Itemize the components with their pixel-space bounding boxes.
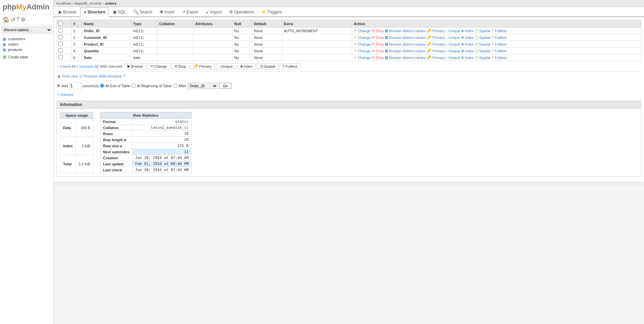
unique-button[interactable]: ᵤ Unique bbox=[216, 63, 236, 69]
index-link[interactable]: Index bbox=[465, 36, 474, 40]
create-table-button[interactable]: ⊕ Create table bbox=[0, 53, 53, 61]
space-total-label: Total bbox=[60, 155, 76, 173]
help-circle-icon[interactable]: ? bbox=[123, 74, 125, 78]
tab-search[interactable]: 🔍 Search bbox=[129, 7, 156, 16]
drop-icon: ⊖ bbox=[372, 42, 375, 46]
unique-link[interactable]: Unique bbox=[448, 36, 460, 40]
change-link[interactable]: Change bbox=[358, 56, 371, 60]
sidebar-item-orders[interactable]: ▦ orders bbox=[0, 42, 53, 47]
breadcrumb-server[interactable]: localhost bbox=[56, 1, 71, 5]
drop-link[interactable]: Drop bbox=[376, 29, 384, 33]
after-radio[interactable] bbox=[173, 84, 177, 88]
browse-distinct-link[interactable]: Browse distinct values bbox=[389, 29, 426, 33]
bottom-scrollbar[interactable] bbox=[54, 182, 644, 185]
primary-link[interactable]: Primary bbox=[432, 29, 445, 33]
row-select[interactable] bbox=[58, 35, 63, 39]
spatial-link[interactable]: Spatial bbox=[479, 56, 491, 60]
index-icon: ◈ bbox=[461, 35, 464, 40]
fulltext-link[interactable]: Fulltext bbox=[495, 42, 506, 46]
row-collation bbox=[157, 34, 193, 41]
drop-link[interactable]: Drop bbox=[376, 49, 384, 53]
tab-triggers[interactable]: ⚡ Triggers bbox=[257, 7, 286, 16]
row-select[interactable] bbox=[58, 42, 63, 46]
tab-sql[interactable]: ▣ SQL bbox=[109, 7, 129, 16]
primary-link[interactable]: Primary bbox=[432, 36, 445, 40]
uncheck-all-link[interactable]: Uncheck All bbox=[79, 64, 98, 68]
drop-link[interactable]: Drop bbox=[376, 56, 384, 60]
tab-bar: ▶ Browse ≡ Structure ▣ SQL 🔍 Search ✚ In… bbox=[54, 7, 644, 17]
help-icon[interactable]: ? bbox=[16, 16, 19, 23]
change-link[interactable]: Change bbox=[358, 36, 371, 40]
row-checkbox bbox=[57, 54, 71, 61]
change-link[interactable]: Change bbox=[358, 29, 371, 33]
indexes-link[interactable]: + Indexes bbox=[57, 93, 73, 97]
row-select[interactable] bbox=[58, 55, 63, 59]
at-end-label[interactable]: At End of Table bbox=[105, 84, 130, 88]
index-link[interactable]: Index bbox=[465, 29, 474, 33]
print-view-link[interactable]: Print view bbox=[62, 74, 78, 78]
settings-icon[interactable]: ⚙ bbox=[21, 16, 25, 23]
tab-browse[interactable]: ▶ Browse bbox=[55, 7, 80, 16]
primary-link[interactable]: Primary bbox=[432, 42, 445, 46]
breadcrumb-database[interactable]: stephif6_records bbox=[74, 1, 102, 5]
primary-link[interactable]: Primary bbox=[432, 56, 445, 60]
index-link[interactable]: Index bbox=[465, 42, 474, 46]
home-icon[interactable]: 🏠 bbox=[3, 16, 9, 23]
index-link[interactable]: Index bbox=[465, 49, 474, 53]
drop-button[interactable]: ⊖ Drop bbox=[171, 63, 189, 69]
index-icon: ◈ bbox=[461, 49, 464, 53]
sidebar-item-customers[interactable]: ▦ customers bbox=[0, 36, 53, 42]
spatial-link[interactable]: Spatial bbox=[479, 42, 491, 46]
recent-tables-select[interactable]: (Recent tables) ... bbox=[1, 26, 52, 33]
drop-link[interactable]: Drop bbox=[376, 42, 384, 46]
primary-button[interactable]: 🔑 Primary bbox=[191, 63, 215, 69]
browse-distinct-link[interactable]: Browse distinct values bbox=[389, 49, 426, 53]
unique-link[interactable]: Unique bbox=[448, 49, 460, 53]
fulltext-link[interactable]: Fulltext bbox=[495, 29, 506, 33]
spatial-link[interactable]: Spatial bbox=[479, 36, 491, 40]
propose-table-link[interactable]: Propose table structure bbox=[84, 74, 122, 78]
recent-tables-dropdown[interactable]: (Recent tables) ... bbox=[0, 25, 53, 35]
unique-link[interactable]: Unique bbox=[448, 56, 460, 60]
change-link[interactable]: Change bbox=[358, 49, 371, 53]
table-list: ▦ customers ▦ orders ▦ products ⊕ Create… bbox=[0, 35, 53, 62]
fulltext-link[interactable]: Fulltext bbox=[495, 49, 506, 53]
sidebar-item-products[interactable]: ▦ products bbox=[0, 47, 53, 52]
browse-distinct-link[interactable]: Browse distinct values bbox=[389, 36, 426, 40]
at-beginning-label[interactable]: At Beginning of Table bbox=[137, 84, 172, 88]
go-button[interactable]: Go bbox=[219, 83, 231, 89]
tab-insert[interactable]: ✚ Insert bbox=[156, 7, 178, 16]
unique-link[interactable]: Unique bbox=[448, 29, 460, 33]
at-end-radio[interactable] bbox=[100, 84, 104, 88]
after-label[interactable]: After bbox=[178, 84, 186, 88]
index-link[interactable]: Index bbox=[465, 56, 474, 60]
change-button[interactable]: ✏ Change bbox=[148, 63, 170, 69]
unique-link[interactable]: Unique bbox=[448, 42, 460, 46]
drop-link[interactable]: Drop bbox=[376, 36, 384, 40]
fulltext-link[interactable]: Fulltext bbox=[495, 56, 506, 60]
select-all-checkbox[interactable] bbox=[58, 21, 63, 25]
index-button[interactable]: ◈ Index bbox=[237, 63, 256, 69]
at-beginning-radio[interactable] bbox=[131, 84, 136, 88]
tab-operations[interactable]: ⚙ Operations bbox=[225, 7, 258, 16]
browse-distinct-link[interactable]: Browse distinct values bbox=[389, 42, 426, 46]
spatial-link[interactable]: Spatial bbox=[479, 29, 491, 33]
browse-button[interactable]: ▶ Browse bbox=[124, 63, 146, 69]
tab-import[interactable]: ↙ Import bbox=[202, 7, 225, 16]
tab-structure[interactable]: ≡ Structure bbox=[80, 7, 109, 17]
after-column-select[interactable]: Order_ID Customer_ID Product_ID Quantity… bbox=[187, 83, 218, 89]
add-column-count-input[interactable] bbox=[69, 82, 81, 89]
fulltext-link[interactable]: Fulltext bbox=[495, 36, 506, 40]
row-select[interactable] bbox=[58, 48, 63, 53]
fulltext-button[interactable]: T Fulltext bbox=[279, 63, 300, 69]
change-link[interactable]: Change bbox=[358, 42, 371, 46]
browse-distinct-link[interactable]: Browse distinct values bbox=[389, 56, 426, 60]
spatial-button[interactable]: ◫ Spatial bbox=[257, 63, 278, 69]
check-all-link[interactable]: Check All bbox=[60, 64, 76, 68]
row-select[interactable] bbox=[58, 28, 63, 33]
spatial-link[interactable]: Spatial bbox=[479, 49, 491, 53]
tab-export[interactable]: ↗ Export bbox=[178, 7, 202, 16]
primary-link[interactable]: Primary bbox=[432, 49, 445, 53]
fulltext-icon: T bbox=[491, 56, 494, 60]
refresh-icon[interactable]: ↺ bbox=[11, 16, 15, 23]
